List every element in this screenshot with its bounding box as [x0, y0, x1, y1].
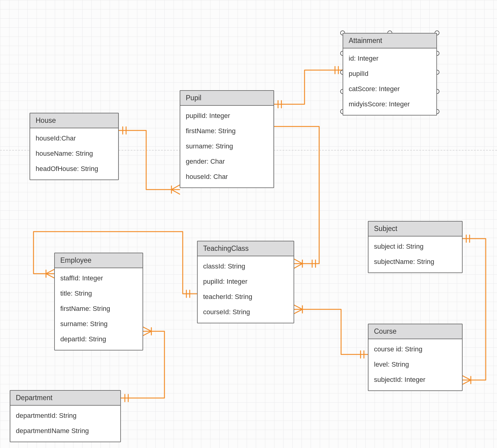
entity-attr: houseName: String — [36, 146, 113, 161]
entity-attr: pupilId: Integer — [203, 274, 288, 289]
entity-attr: course id: String — [374, 342, 456, 357]
entity-attr: level: String — [374, 357, 456, 372]
entity-attr: surname: String — [186, 139, 268, 154]
diagram-canvas[interactable]: House houseId:Char houseName: String hea… — [0, 0, 497, 448]
entity-attr: departId: String — [60, 332, 137, 347]
entity-attr: teacherId: String — [203, 289, 288, 304]
entity-title: Department — [16, 394, 52, 402]
entity-title: Attainment — [349, 37, 382, 44]
entity-attr: headOfHouse: String — [36, 161, 113, 176]
entity-pupil[interactable]: Pupil pupilId: Integer firstName: String… — [180, 90, 274, 188]
entity-attr: id: Integer — [349, 51, 431, 66]
entity-title: Course — [374, 327, 397, 335]
entity-title: Employee — [60, 256, 91, 264]
entity-title: Pupil — [186, 94, 201, 102]
entity-teachingclass[interactable]: TeachingClass classId: String pupilId: I… — [197, 241, 294, 323]
entity-attr: pupilId — [349, 66, 431, 81]
rel-course-teachingclass — [294, 309, 368, 354]
entity-attainment[interactable]: Attainment id: Integer pupilId catScore:… — [343, 33, 437, 116]
entity-attr: firstName: String — [186, 123, 268, 139]
entity-employee[interactable]: Employee staffId: Integer title: String … — [54, 253, 143, 350]
entity-attr: staffId: Integer — [60, 271, 137, 286]
rel-house-pupil — [119, 130, 180, 190]
entity-attr: midyisScore: Integer — [349, 97, 431, 112]
entity-attr: departmentIName String — [16, 423, 115, 439]
entity-house[interactable]: House houseId:Char houseName: String hea… — [30, 113, 119, 180]
entity-attr: subject id: String — [374, 239, 456, 254]
rel-subject-course — [463, 239, 486, 380]
entity-attr: classId: String — [203, 259, 288, 274]
entity-attr: houseId: Char — [186, 169, 268, 184]
entity-attr: firstName: String — [60, 301, 137, 316]
entity-attr: subjectName: String — [374, 254, 456, 269]
entity-course[interactable]: Course course id: String level: String s… — [368, 324, 463, 391]
entity-attr: title: String — [60, 286, 137, 301]
entity-attr: departmentId: String — [16, 408, 115, 423]
rel-pupil-attainment — [274, 70, 343, 104]
entity-subject[interactable]: Subject subject id: String subjectName: … — [368, 221, 463, 273]
entity-department[interactable]: Department departmentId: String departme… — [10, 390, 121, 442]
entity-attr: houseId:Char — [36, 131, 113, 146]
entity-attr: pupilId: Integer — [186, 108, 268, 123]
entity-attr: gender: Char — [186, 154, 268, 169]
entity-attr: courseId: String — [203, 304, 288, 320]
entity-title: TeachingClass — [203, 244, 249, 252]
entity-title: Subject — [374, 225, 397, 233]
entity-attr: subjectId: Integer — [374, 372, 456, 387]
entity-title: House — [36, 116, 56, 124]
entity-attr: catScore: Integer — [349, 81, 431, 97]
entity-attr: surname: String — [60, 316, 137, 332]
